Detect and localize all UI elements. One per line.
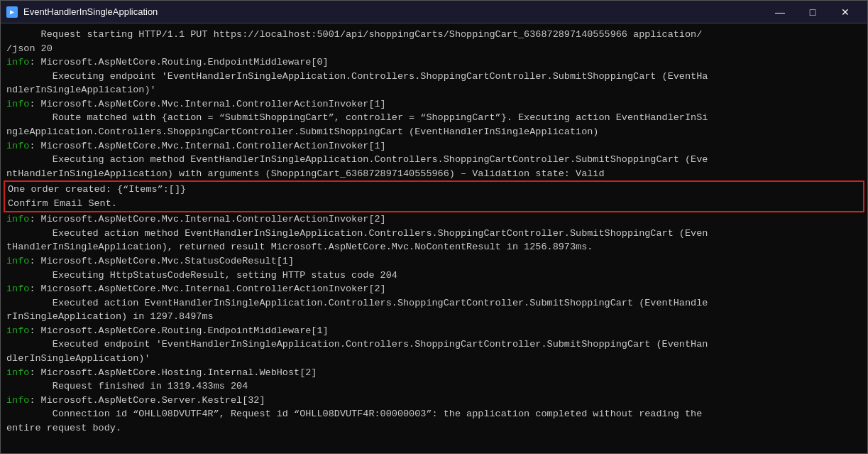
title-bar-left: ▶ EventHandlerInSingleApplication — [6, 6, 158, 18]
minimize-button[interactable]: — — [764, 2, 796, 22]
highlighted-email-line: Confirm Email Sent. — [4, 197, 864, 213]
log-line: /json 20 — [4, 42, 864, 56]
log-line: info: Microsoft.AspNetCore.Mvc.StatusCod… — [4, 254, 864, 269]
log-line: tHandlerInSingleApplication), returned r… — [4, 240, 864, 254]
log-line: info: Microsoft.AspNetCore.Mvc.Internal.… — [4, 139, 864, 153]
highlighted-order-line: One order created: {“Items”:[]} — [4, 180, 864, 197]
log-line: info: Microsoft.AspNetCore.Mvc.Internal.… — [4, 282, 864, 296]
log-line: Executed endpoint 'EventHandlerInSingleA… — [4, 337, 864, 352]
log-line: Executing action method EventHandlerInSi… — [4, 153, 864, 167]
log-line: Request finished in 1319.433ms 204 — [4, 379, 864, 394]
log-line: Executed action method EventHandlerInSin… — [4, 227, 864, 241]
window-title: EventHandlerInSingleApplication — [23, 6, 158, 17]
maximize-button[interactable]: □ — [796, 2, 829, 22]
log-line: ntHandlerInSingleApplication) with argum… — [4, 167, 864, 181]
title-bar: ▶ EventHandlerInSingleApplication — □ ✕ — [1, 1, 867, 23]
log-line: Route matched with {action = “SubmitShop… — [4, 111, 864, 125]
log-line: info: Microsoft.AspNetCore.Server.Kestre… — [4, 394, 864, 408]
log-line: Connection id “OHLL08DVUTF4R”, Request i… — [4, 407, 864, 421]
log-line: entire request body. — [4, 421, 864, 436]
console-content: Request starting HTTP/1.1 PUT https://lo… — [1, 26, 867, 436]
log-line: Executing HttpStatusCodeResult, setting … — [4, 269, 864, 283]
log-line: ndlerInSingleApplication)' — [4, 83, 864, 97]
log-line: Executing endpoint 'EventHandlerInSingle… — [4, 70, 864, 84]
app-icon: ▶ — [6, 6, 18, 18]
log-line: info: Microsoft.AspNetCore.Mvc.Internal.… — [4, 212, 864, 227]
window-controls: — □ ✕ — [764, 2, 862, 22]
log-line: info: Microsoft.AspNetCore.Routing.Endpo… — [4, 55, 864, 70]
log-line: info: Microsoft.AspNetCore.Hosting.Inter… — [4, 366, 864, 380]
close-button[interactable]: ✕ — [829, 2, 862, 22]
main-window: ▶ EventHandlerInSingleApplication — □ ✕ … — [0, 0, 868, 454]
log-line: dlerInSingleApplication)' — [4, 352, 864, 366]
log-line: ngleApplication.Controllers.ShoppingCart… — [4, 125, 864, 139]
log-line: Executed action EventHandlerInSingleAppl… — [4, 296, 864, 310]
log-line: info: Microsoft.AspNetCore.Routing.Endpo… — [4, 324, 864, 338]
log-line: info: Microsoft.AspNetCore.Mvc.Internal.… — [4, 97, 864, 112]
log-line: Request starting HTTP/1.1 PUT https://lo… — [4, 28, 864, 42]
log-line: rInSingleApplication) in 1297.8497ms — [4, 310, 864, 324]
console-area: Request starting HTTP/1.1 PUT https://lo… — [1, 23, 867, 453]
